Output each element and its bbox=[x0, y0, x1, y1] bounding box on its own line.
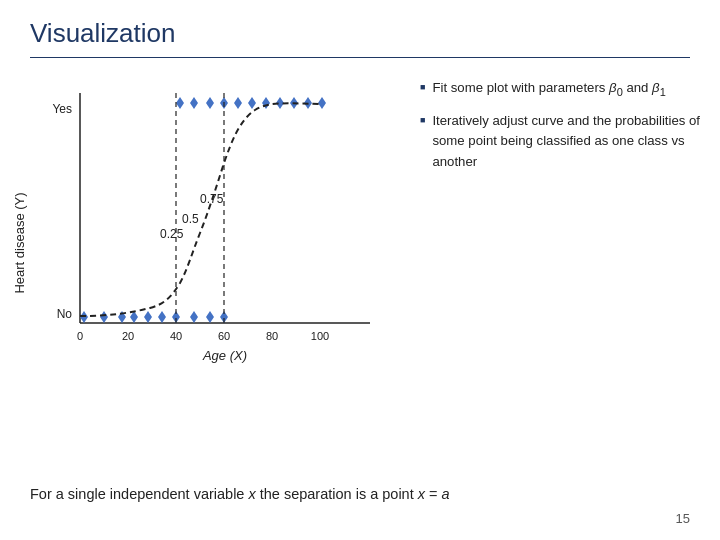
x-axis-label: Age (X) bbox=[202, 348, 247, 363]
x-tick-80: 80 bbox=[266, 330, 278, 342]
svg-marker-14 bbox=[206, 97, 214, 109]
svg-marker-17 bbox=[248, 97, 256, 109]
chart-container: Heart disease (Y) Yes No 0 20 40 60 80 1… bbox=[10, 68, 400, 398]
svg-marker-13 bbox=[190, 97, 198, 109]
bullet-icon-1: ■ bbox=[420, 81, 425, 95]
svg-marker-16 bbox=[234, 97, 242, 109]
sigmoid-curve bbox=[80, 103, 320, 316]
svg-marker-6 bbox=[144, 311, 152, 323]
annotation-025: 0.25 bbox=[160, 227, 184, 241]
annotation-05: 0.5 bbox=[182, 212, 199, 226]
bullet-text-1: Fit some plot with parameters β0 and β1 bbox=[432, 78, 665, 101]
y-label-no: No bbox=[57, 307, 73, 321]
text-panel: ■ Fit some plot with parameters β0 and β… bbox=[410, 68, 700, 398]
page-title: Visualization bbox=[0, 0, 720, 57]
no-data-points bbox=[80, 311, 228, 323]
svg-marker-18 bbox=[262, 97, 270, 109]
svg-marker-10 bbox=[206, 311, 214, 323]
x-tick-20: 20 bbox=[122, 330, 134, 342]
svg-marker-12 bbox=[176, 97, 184, 109]
title-divider bbox=[30, 57, 690, 58]
svg-marker-9 bbox=[190, 311, 198, 323]
svg-marker-2 bbox=[80, 311, 88, 323]
bullet-1: ■ Fit some plot with parameters β0 and β… bbox=[420, 78, 700, 101]
x-tick-50: 60 bbox=[218, 330, 230, 342]
bullet-text-2: Iteratively adjust curve and the probabi… bbox=[432, 111, 700, 172]
x-tick-100: 100 bbox=[311, 330, 329, 342]
x-tick-40: 40 bbox=[170, 330, 182, 342]
y-axis-label: Heart disease (Y) bbox=[12, 192, 27, 293]
footer-text: For a single independent variable x the … bbox=[30, 486, 690, 502]
y-label-yes: Yes bbox=[52, 102, 72, 116]
svg-marker-3 bbox=[100, 311, 108, 323]
svg-marker-22 bbox=[318, 97, 326, 109]
svg-marker-7 bbox=[158, 311, 166, 323]
x-tick-0: 0 bbox=[77, 330, 83, 342]
page-number: 15 bbox=[676, 511, 690, 526]
annotation-075: 0.75 bbox=[200, 192, 224, 206]
bullet-icon-2: ■ bbox=[420, 114, 425, 128]
bullet-2: ■ Iteratively adjust curve and the proba… bbox=[420, 111, 700, 172]
